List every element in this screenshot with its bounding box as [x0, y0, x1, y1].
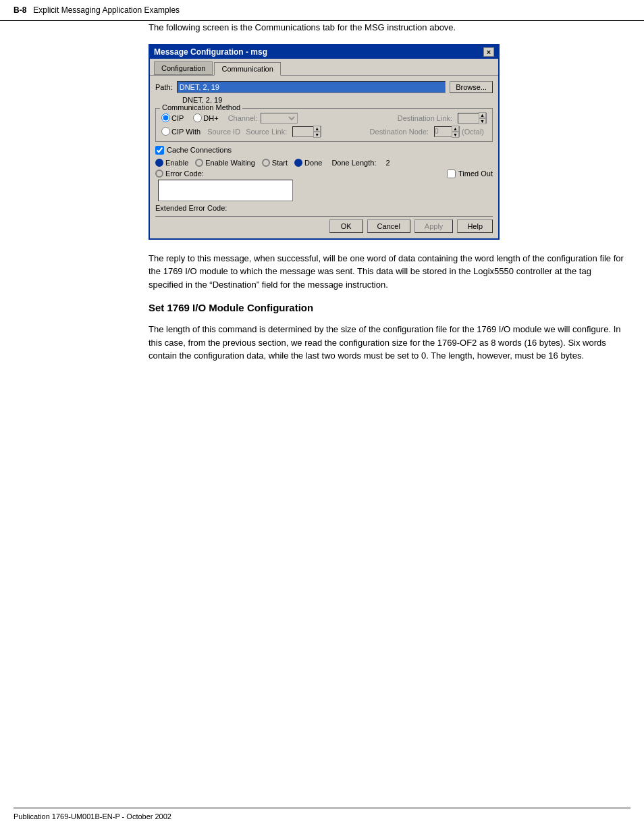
source-link-spinner[interactable]: ▲ ▼ [292, 126, 321, 137]
source-link-up-arrow[interactable]: ▲ [313, 126, 321, 132]
tab-configuration[interactable]: Configuration [154, 61, 213, 75]
start-radio-indicator [262, 159, 270, 167]
source-id-label: Source ID [207, 128, 240, 136]
comm-method-group: Communication Method CIP DH+ Chan [155, 108, 493, 142]
apply-button[interactable]: Apply [414, 219, 454, 233]
cip-label: CIP [171, 114, 184, 122]
section-heading: Set 1769 I/O Module Configuration [149, 302, 624, 313]
cip-radio-label[interactable]: CIP [161, 113, 184, 122]
source-link-down-arrow[interactable]: ▼ [313, 132, 321, 138]
page-header: B-8 Explicit Messaging Application Examp… [0, 0, 644, 21]
error-code-radio-indicator [155, 170, 163, 178]
dialog-tabs: Configuration Communication [150, 59, 498, 76]
cache-connections-checkbox[interactable] [155, 146, 164, 155]
channel-label: Channel: [228, 114, 258, 122]
extended-error-row: Extended Error Code: [155, 204, 493, 212]
dialog-titlebar: Message Configuration - msg × [150, 45, 498, 59]
error-section: Error Code: Timed Out [155, 170, 493, 201]
enable-label: Enable [165, 159, 188, 167]
browse-button[interactable]: Browse... [450, 81, 493, 93]
octal-label: (Octal) [462, 128, 484, 136]
timed-out-row: Timed Out [447, 170, 493, 178]
dh-radio[interactable] [193, 113, 202, 122]
enable-waiting-radio-indicator [195, 159, 203, 167]
dest-link-down-arrow[interactable]: ▼ [479, 118, 486, 124]
tab-communication[interactable]: Communication [214, 62, 280, 76]
body-paragraph-2: The length of this command is determined… [149, 323, 624, 363]
method-row-2: CIP With Source ID Source Link: ▲ ▼ [161, 126, 487, 137]
enable-radio-indicator [155, 159, 163, 167]
error-code-label: Error Code: [165, 170, 204, 178]
path-row: Path: Browse... [155, 81, 493, 93]
enable-status: Enable [155, 159, 188, 167]
left-margin [0, 21, 149, 373]
cip-with-radio-label[interactable]: CIP With [161, 127, 200, 136]
dh-label: DH+ [203, 114, 218, 122]
destination-link-spinner[interactable]: ▲ ▼ [458, 113, 487, 124]
dialog-title: Message Configuration - msg [154, 47, 267, 57]
dialog-buttons: OK Cancel Apply Help [155, 216, 493, 233]
done-length-label: Done Length: [331, 159, 376, 167]
body-paragraph-1: The reply to this message, when successf… [149, 252, 624, 292]
timed-out-label: Timed Out [458, 170, 493, 178]
error-input-container [158, 180, 433, 201]
path-input[interactable] [177, 81, 446, 93]
source-link-label: Source Link: [246, 128, 287, 136]
cache-connections-label: Cache Connections [167, 146, 232, 154]
done-length-value: 2 [385, 159, 390, 167]
cache-connections-row: Cache Connections [155, 146, 493, 155]
cip-with-radio[interactable] [161, 127, 170, 136]
page-footer: Publication 1769-UM001B-EN-P - October 2… [14, 808, 630, 820]
path-label: Path: [155, 83, 173, 91]
status-row: Enable Enable Waiting Start Done [155, 159, 493, 167]
error-code-row: Error Code: [155, 170, 433, 178]
help-button[interactable]: Help [457, 219, 493, 233]
timed-out-checkbox[interactable] [447, 170, 456, 178]
timed-out-area: Timed Out [447, 170, 493, 178]
done-radio-indicator [294, 159, 302, 167]
intro-paragraph: The following screen is the Communicatio… [149, 21, 624, 34]
done-status: Done [294, 159, 322, 167]
cancel-button[interactable]: Cancel [367, 219, 410, 233]
start-label: Start [272, 159, 288, 167]
destination-node-label: Destination Node: [370, 128, 429, 136]
cip-with-label: CIP With [171, 128, 200, 136]
extended-error-label: Extended Error Code: [155, 204, 227, 212]
dest-node-down-arrow[interactable]: ▼ [452, 132, 459, 138]
channel-select[interactable] [261, 113, 298, 124]
dest-node-up-arrow[interactable]: ▲ [452, 126, 459, 132]
header-title: Explicit Messaging Application Examples [33, 5, 180, 15]
error-input[interactable] [158, 180, 293, 201]
enable-waiting-status: Enable Waiting [195, 159, 255, 167]
destination-link-label: Destination Link: [398, 114, 452, 122]
done-label: Done [304, 159, 322, 167]
close-icon[interactable]: × [483, 47, 494, 57]
publication-info: Publication 1769-UM001B-EN-P - October 2… [14, 812, 171, 820]
comm-method-legend: Communication Method [160, 103, 242, 111]
dh-radio-label[interactable]: DH+ [193, 113, 218, 122]
cip-radio[interactable] [161, 113, 170, 122]
dialog-body: Path: Browse... DNET, 2, 19 Communicatio… [150, 76, 498, 238]
ok-button[interactable]: OK [329, 219, 363, 233]
method-row-1: CIP DH+ Channel: Destination Link: [161, 113, 487, 124]
section-id: B-8 [14, 5, 26, 15]
start-status: Start [262, 159, 288, 167]
dest-link-up-arrow[interactable]: ▲ [479, 112, 486, 118]
destination-node-spinner[interactable]: ▲ ▼ [434, 126, 460, 137]
main-content: The following screen is the Communicatio… [149, 21, 644, 373]
enable-waiting-label: Enable Waiting [205, 159, 255, 167]
dialog-box: Message Configuration - msg × Configurat… [149, 44, 500, 240]
error-left: Error Code: [155, 170, 433, 201]
